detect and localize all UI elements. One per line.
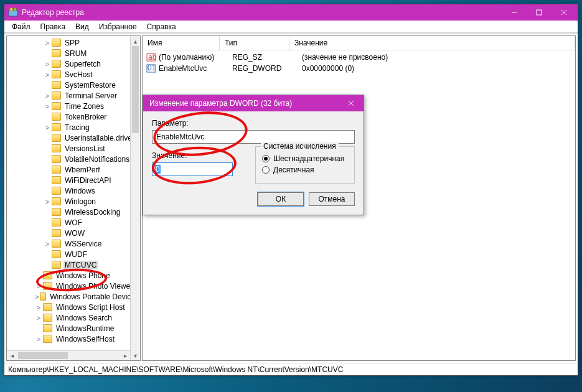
expand-icon[interactable]: >: [43, 124, 52, 131]
menubar: Файл Правка Вид Избранное Справка: [4, 21, 578, 33]
folder-icon: [52, 123, 61, 131]
tree-item[interactable]: >Terminal Server: [8, 90, 140, 101]
col-name[interactable]: Имя: [143, 36, 220, 50]
folder-icon: [43, 314, 52, 322]
tree-item[interactable]: >Tracing: [8, 122, 140, 133]
cancel-button[interactable]: Отмена: [309, 192, 355, 206]
cell-name: (По умолчанию): [159, 53, 232, 62]
tree-item[interactable]: WbemPerf: [8, 164, 140, 175]
folder-icon: [43, 303, 52, 311]
value-input-text: 0: [155, 165, 161, 174]
close-button[interactable]: [551, 5, 576, 20]
col-value[interactable]: Значение: [289, 36, 575, 50]
tree-item[interactable]: WirelessDocking: [8, 207, 140, 217]
cell-type: REG_DWORD: [232, 64, 302, 73]
folder-icon: [52, 197, 61, 205]
param-name-text: EnableMtcUvc: [156, 133, 204, 141]
tree-item[interactable]: WindowsRuntime: [8, 323, 140, 334]
tree-item-label: Winlogon: [63, 197, 97, 206]
folder-icon: [52, 134, 61, 142]
tree-vertical-scrollbar[interactable]: ▴ ▾: [130, 36, 140, 360]
tree-item[interactable]: >Time Zones: [8, 101, 140, 111]
tree-item[interactable]: VersionsList: [8, 143, 140, 154]
registry-tree[interactable]: >SPPSRUM>Superfetch>SvcHostSystemRestore…: [6, 35, 141, 361]
ok-button[interactable]: ОК: [258, 192, 304, 206]
titlebar[interactable]: Редактор реестра: [4, 4, 578, 21]
tree-item[interactable]: >Windows Search: [8, 312, 140, 323]
tree-item[interactable]: WOW: [8, 228, 140, 238]
base-group: Система исчисления Шестнадцатеричная Дес…: [255, 146, 355, 184]
minimize-button[interactable]: [502, 5, 527, 20]
tree-item[interactable]: >WindowsSelfHost: [8, 334, 140, 344]
dialog-titlebar[interactable]: Изменение параметра DWORD (32 бита): [143, 95, 364, 111]
folder-icon: [52, 144, 61, 152]
maximize-button[interactable]: [527, 5, 551, 20]
expand-icon[interactable]: >: [34, 314, 43, 322]
scroll-up-icon[interactable]: ▴: [131, 36, 140, 46]
expand-icon[interactable]: >: [34, 304, 43, 311]
expand-icon[interactable]: >: [43, 60, 52, 68]
tree-item[interactable]: SRUM: [8, 48, 140, 58]
menu-file[interactable]: Файл: [7, 21, 35, 32]
tree-item[interactable]: Userinstallable.drivers: [8, 133, 140, 143]
expand-icon[interactable]: >: [43, 39, 52, 47]
folder-icon: [43, 324, 52, 332]
tree-item[interactable]: >Superfetch: [8, 58, 140, 69]
scroll-thumb[interactable]: [132, 46, 139, 133]
folder-icon: [43, 335, 52, 343]
cell-type: REG_SZ: [232, 53, 302, 62]
expand-icon[interactable]: >: [43, 92, 52, 100]
menu-help[interactable]: Справка: [142, 21, 181, 32]
scroll-down-icon[interactable]: ▾: [131, 350, 140, 360]
expand-icon[interactable]: >: [43, 71, 52, 78]
tree-item[interactable]: >Windows Portable Devices: [8, 291, 140, 302]
tree-item[interactable]: >Winlogon: [8, 196, 140, 207]
tree-item[interactable]: Windows: [8, 185, 140, 196]
folder-icon: [52, 229, 61, 237]
menu-favorites[interactable]: Избранное: [94, 21, 142, 32]
folder-icon: [52, 187, 61, 195]
folder-icon: [52, 91, 61, 100]
scroll-thumb-h[interactable]: [18, 352, 68, 359]
tree-item[interactable]: SystemRestore: [8, 80, 140, 90]
radio-dec[interactable]: [262, 166, 270, 174]
string-value-icon: ab: [146, 52, 156, 62]
tree-item[interactable]: WiFiDirectAPI: [8, 175, 140, 185]
expand-icon[interactable]: >: [34, 335, 43, 343]
expand-icon[interactable]: >: [43, 103, 52, 110]
tree-item[interactable]: WUDF: [8, 249, 140, 259]
expand-icon[interactable]: >: [34, 282, 43, 290]
tree-item[interactable]: Windows Phone: [8, 270, 140, 281]
expand-icon[interactable]: >: [43, 240, 52, 248]
folder-icon: [52, 250, 61, 258]
value-row[interactable]: 011EnableMtcUvcREG_DWORD0x00000000 (0): [143, 63, 575, 74]
radio-hex-label[interactable]: Шестнадцатеричная: [273, 154, 344, 163]
tree-item-label: WindowsSelfHost: [55, 335, 116, 343]
menu-edit[interactable]: Правка: [35, 21, 71, 32]
scroll-left-icon[interactable]: ◂: [7, 351, 17, 360]
folder-icon: [52, 39, 61, 47]
tree-item[interactable]: MTCUVC: [8, 259, 140, 270]
radio-dec-label[interactable]: Десятичная: [273, 166, 314, 174]
expand-icon[interactable]: >: [43, 198, 52, 205]
tree-item[interactable]: >Windows Script Host: [8, 302, 140, 312]
scroll-right-icon[interactable]: ▸: [120, 351, 130, 360]
expand-icon[interactable]: >: [34, 293, 40, 301]
tree-item[interactable]: WOF: [8, 217, 140, 228]
dialog-close-button[interactable]: [339, 95, 364, 111]
tree-item-label: Userinstallable.drivers: [63, 134, 139, 142]
tree-item[interactable]: VolatileNotifications: [8, 154, 140, 164]
folder-icon: [52, 240, 61, 248]
tree-horizontal-scrollbar[interactable]: ◂▸: [7, 350, 130, 360]
value-row[interactable]: ab(По умолчанию)REG_SZ(значение не присв…: [143, 52, 575, 63]
col-type[interactable]: Тип: [220, 36, 289, 50]
menu-view[interactable]: Вид: [70, 21, 94, 32]
radio-hex[interactable]: [262, 155, 270, 162]
tree-item[interactable]: >Windows Photo Viewer: [8, 281, 140, 291]
tree-item[interactable]: TokenBroker: [8, 111, 140, 122]
tree-item[interactable]: >WSService: [8, 238, 140, 249]
tree-item[interactable]: >SPP: [8, 37, 140, 48]
value-input[interactable]: 0: [152, 162, 233, 176]
tree-item-label: SystemRestore: [63, 81, 117, 90]
tree-item[interactable]: >SvcHost: [8, 69, 140, 80]
